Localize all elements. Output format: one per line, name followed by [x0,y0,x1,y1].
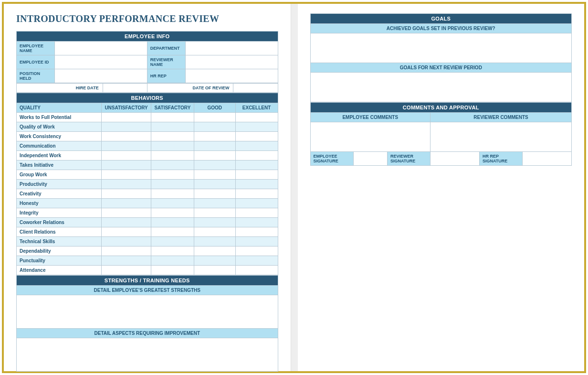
behavior-rating-cell[interactable] [194,256,235,266]
input-employee-comments[interactable] [310,122,430,152]
behavior-rating-cell[interactable] [194,266,235,275]
input-reviewer-signature[interactable] [430,152,480,166]
input-date-of-review[interactable] [233,84,278,93]
behavior-rating-cell[interactable] [235,237,278,246]
behavior-rating-cell[interactable] [235,132,278,141]
behavior-row: Productivity [17,180,278,189]
behavior-row: Quality of Work [17,122,278,132]
behavior-rating-cell[interactable] [235,246,278,256]
behavior-rating-cell[interactable] [102,266,151,275]
input-position-held[interactable] [55,69,147,83]
input-department[interactable] [185,42,278,55]
behavior-rating-cell[interactable] [151,218,194,227]
behavior-label: Productivity [17,180,102,189]
behavior-rating-cell[interactable] [235,161,278,170]
behavior-rating-cell[interactable] [102,132,151,141]
behavior-rating-cell[interactable] [194,218,235,227]
behavior-rating-cell[interactable] [194,227,235,237]
behavior-row: Punctuality [17,256,278,266]
behavior-rating-cell[interactable] [102,237,151,246]
behavior-rating-cell[interactable] [235,180,278,189]
behavior-rating-cell[interactable] [102,161,151,170]
input-hr-rep[interactable] [185,69,278,83]
input-employee-id[interactable] [55,55,147,69]
input-improvement[interactable] [17,338,278,372]
behavior-rating-cell[interactable] [235,199,278,208]
behavior-rating-cell[interactable] [151,256,194,266]
behavior-rating-cell[interactable] [194,208,235,218]
page-left: INTRODUCTORY PERFORMANCE REVIEW EMPLOYEE… [4,4,291,371]
label-employee-signature: EMPLOYEE SIGNATURE [310,152,353,166]
behavior-rating-cell[interactable] [235,189,278,199]
input-reviewer-comments[interactable] [430,122,572,152]
strengths-header: STRENGTHS / TRAINING NEEDS [17,276,278,286]
behavior-rating-cell[interactable] [102,170,151,180]
behavior-rating-cell[interactable] [194,113,235,122]
behavior-rating-cell[interactable] [235,227,278,237]
behavior-rating-cell[interactable] [235,170,278,180]
input-goals-next[interactable] [310,73,572,102]
behavior-rating-cell[interactable] [151,227,194,237]
input-strengths[interactable] [17,295,278,329]
behavior-rating-cell[interactable] [102,189,151,199]
behavior-rating-cell[interactable] [235,266,278,275]
behavior-rating-cell[interactable] [194,189,235,199]
behavior-rating-cell[interactable] [235,218,278,227]
behavior-rating-cell[interactable] [102,151,151,161]
behavior-rating-cell[interactable] [151,122,194,132]
behavior-rating-cell[interactable] [194,132,235,141]
behavior-rating-cell[interactable] [102,113,151,122]
label-employee-id: EMPLOYEE ID [17,55,55,69]
input-reviewer-name[interactable] [185,55,278,69]
behavior-rating-cell[interactable] [151,199,194,208]
behavior-rating-cell[interactable] [194,246,235,256]
input-employee-name[interactable] [55,42,147,55]
input-employee-signature[interactable] [353,152,388,166]
strengths-table: STRENGTHS / TRAINING NEEDS DETAIL EMPLOY… [16,275,278,372]
goals-sub2: GOALS FOR NEXT REVIEW PERIOD [310,63,572,73]
behavior-rating-cell[interactable] [235,141,278,151]
behavior-rating-cell[interactable] [194,161,235,170]
behavior-rating-cell[interactable] [235,113,278,122]
behavior-rating-cell[interactable] [102,227,151,237]
behavior-rating-cell[interactable] [151,189,194,199]
behavior-rating-cell[interactable] [151,208,194,218]
behavior-rating-cell[interactable] [102,218,151,227]
behavior-rating-cell[interactable] [235,151,278,161]
behavior-rating-cell[interactable] [102,246,151,256]
comments-table: COMMENTS AND APPROVAL EMPLOYEE COMMENTS … [310,102,572,166]
behavior-rating-cell[interactable] [151,161,194,170]
behavior-rating-cell[interactable] [102,208,151,218]
behavior-rating-cell[interactable] [102,199,151,208]
behavior-rating-cell[interactable] [194,199,235,208]
input-goals-achieved[interactable] [310,33,572,63]
behavior-rating-cell[interactable] [102,180,151,189]
behavior-rating-cell[interactable] [102,122,151,132]
behavior-rating-cell[interactable] [235,122,278,132]
behavior-rating-cell[interactable] [151,180,194,189]
label-hr-rep-signature: HR REP SIGNATURE [479,152,522,166]
behavior-rating-cell[interactable] [151,132,194,141]
input-hire-date[interactable] [103,84,147,93]
behavior-rating-cell[interactable] [102,256,151,266]
behavior-rating-cell[interactable] [194,237,235,246]
behavior-rating-cell[interactable] [194,170,235,180]
behavior-rating-cell[interactable] [151,246,194,256]
behavior-rating-cell[interactable] [194,151,235,161]
behavior-rating-cell[interactable] [151,237,194,246]
goals-header: GOALS [310,14,572,24]
behavior-rating-cell[interactable] [102,141,151,151]
behavior-rating-cell[interactable] [235,256,278,266]
behavior-rating-cell[interactable] [151,266,194,275]
behavior-rating-cell[interactable] [151,151,194,161]
behavior-rating-cell[interactable] [151,141,194,151]
behavior-row: Technical Skills [17,237,278,246]
behavior-rating-cell[interactable] [151,170,194,180]
input-hr-rep-signature[interactable] [522,152,571,166]
behavior-rating-cell[interactable] [194,141,235,151]
behavior-rating-cell[interactable] [194,122,235,132]
behavior-rating-cell[interactable] [151,113,194,122]
behavior-row: Integrity [17,208,278,218]
behavior-rating-cell[interactable] [235,208,278,218]
behavior-rating-cell[interactable] [194,180,235,189]
